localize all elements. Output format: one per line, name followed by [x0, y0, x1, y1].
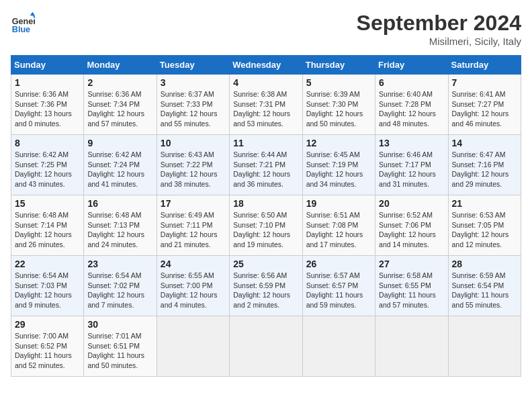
day-number: 4 — [233, 77, 298, 88]
calendar-body: 1Sunrise: 6:36 AM Sunset: 7:36 PM Daylig… — [11, 75, 521, 377]
day-info: Sunrise: 6:53 AM Sunset: 7:05 PM Dayligh… — [452, 210, 517, 250]
day-number: 17 — [161, 198, 226, 209]
day-number: 26 — [306, 259, 371, 269]
day-number: 16 — [87, 198, 152, 209]
calendar-week-row: 1Sunrise: 6:36 AM Sunset: 7:36 PM Daylig… — [11, 75, 521, 135]
calendar-week-row: 22Sunrise: 6:54 AM Sunset: 7:03 PM Dayli… — [11, 256, 521, 316]
day-number: 30 — [87, 319, 152, 330]
day-info: Sunrise: 6:46 AM Sunset: 7:17 PM Dayligh… — [379, 150, 444, 189]
page-header: General Blue September 2024 Misilmeri, S… — [11, 11, 521, 47]
calendar-cell: 9Sunrise: 6:42 AM Sunset: 7:24 PM Daylig… — [84, 135, 157, 195]
weekday-header-cell: Thursday — [302, 56, 375, 75]
day-info: Sunrise: 6:49 AM Sunset: 7:11 PM Dayligh… — [161, 210, 226, 250]
day-number: 5 — [306, 77, 371, 88]
calendar-table: SundayMondayTuesdayWednesdayThursdayFrid… — [11, 55, 521, 377]
calendar-cell: 17Sunrise: 6:49 AM Sunset: 7:11 PM Dayli… — [157, 195, 229, 256]
day-info: Sunrise: 6:51 AM Sunset: 7:08 PM Dayligh… — [306, 210, 371, 250]
day-number: 1 — [15, 77, 80, 88]
calendar-cell: 27Sunrise: 6:58 AM Sunset: 6:55 PM Dayli… — [375, 256, 448, 316]
day-info: Sunrise: 6:48 AM Sunset: 7:14 PM Dayligh… — [15, 210, 80, 250]
calendar-cell: 19Sunrise: 6:51 AM Sunset: 7:08 PM Dayli… — [302, 195, 375, 256]
calendar-cell: 14Sunrise: 6:47 AM Sunset: 7:16 PM Dayli… — [448, 135, 521, 195]
day-info: Sunrise: 7:01 AM Sunset: 6:51 PM Dayligh… — [87, 331, 152, 371]
calendar-cell: 12Sunrise: 6:45 AM Sunset: 7:19 PM Dayli… — [302, 135, 375, 195]
calendar-cell: 16Sunrise: 6:48 AM Sunset: 7:13 PM Dayli… — [84, 195, 157, 256]
logo-icon: General Blue — [11, 11, 35, 35]
day-number: 18 — [233, 198, 298, 209]
calendar-cell — [448, 316, 521, 377]
day-number: 8 — [15, 138, 80, 148]
calendar-cell: 30Sunrise: 7:01 AM Sunset: 6:51 PM Dayli… — [84, 316, 157, 377]
calendar-week-row: 8Sunrise: 6:42 AM Sunset: 7:25 PM Daylig… — [11, 135, 521, 195]
svg-text:Blue: Blue — [12, 25, 30, 34]
day-info: Sunrise: 6:38 AM Sunset: 7:31 PM Dayligh… — [233, 89, 298, 129]
day-number: 15 — [15, 198, 80, 209]
day-number: 24 — [161, 259, 226, 269]
day-info: Sunrise: 6:42 AM Sunset: 7:24 PM Dayligh… — [87, 150, 152, 189]
calendar-cell — [302, 316, 375, 377]
day-info: Sunrise: 6:43 AM Sunset: 7:22 PM Dayligh… — [161, 150, 226, 189]
day-info: Sunrise: 6:45 AM Sunset: 7:19 PM Dayligh… — [306, 150, 371, 189]
calendar-cell: 1Sunrise: 6:36 AM Sunset: 7:36 PM Daylig… — [11, 75, 84, 135]
day-number: 21 — [452, 198, 517, 209]
calendar-cell: 29Sunrise: 7:00 AM Sunset: 6:52 PM Dayli… — [11, 316, 84, 377]
calendar-cell: 10Sunrise: 6:43 AM Sunset: 7:22 PM Dayli… — [157, 135, 229, 195]
day-info: Sunrise: 6:37 AM Sunset: 7:33 PM Dayligh… — [161, 89, 226, 129]
day-number: 2 — [87, 77, 152, 88]
day-info: Sunrise: 6:59 AM Sunset: 6:54 PM Dayligh… — [452, 271, 517, 310]
day-info: Sunrise: 6:56 AM Sunset: 6:59 PM Dayligh… — [233, 271, 298, 310]
calendar-cell: 2Sunrise: 6:36 AM Sunset: 7:34 PM Daylig… — [84, 75, 157, 135]
calendar-cell: 18Sunrise: 6:50 AM Sunset: 7:10 PM Dayli… — [230, 195, 302, 256]
day-number: 6 — [379, 77, 444, 88]
day-info: Sunrise: 6:36 AM Sunset: 7:34 PM Dayligh… — [87, 89, 152, 129]
day-number: 20 — [379, 198, 444, 209]
day-number: 29 — [15, 319, 80, 330]
day-number: 13 — [379, 138, 444, 148]
calendar-cell: 5Sunrise: 6:39 AM Sunset: 7:30 PM Daylig… — [302, 75, 375, 135]
day-info: Sunrise: 7:00 AM Sunset: 6:52 PM Dayligh… — [15, 331, 80, 371]
calendar-cell: 13Sunrise: 6:46 AM Sunset: 7:17 PM Dayli… — [375, 135, 448, 195]
day-number: 19 — [306, 198, 371, 209]
month-title: September 2024 — [357, 11, 521, 36]
day-number: 23 — [87, 259, 152, 269]
location: Misilmeri, Sicily, Italy — [357, 36, 521, 47]
day-number: 12 — [306, 138, 371, 148]
day-number: 10 — [161, 138, 226, 148]
calendar-cell: 26Sunrise: 6:57 AM Sunset: 6:57 PM Dayli… — [302, 256, 375, 316]
day-info: Sunrise: 6:55 AM Sunset: 7:00 PM Dayligh… — [161, 271, 226, 310]
calendar-cell: 24Sunrise: 6:55 AM Sunset: 7:00 PM Dayli… — [157, 256, 229, 316]
day-info: Sunrise: 6:44 AM Sunset: 7:21 PM Dayligh… — [233, 150, 298, 189]
calendar-cell — [375, 316, 448, 377]
calendar-cell: 28Sunrise: 6:59 AM Sunset: 6:54 PM Dayli… — [448, 256, 521, 316]
calendar-cell: 4Sunrise: 6:38 AM Sunset: 7:31 PM Daylig… — [230, 75, 302, 135]
day-info: Sunrise: 6:39 AM Sunset: 7:30 PM Dayligh… — [306, 89, 371, 129]
weekday-header-cell: Tuesday — [157, 56, 229, 75]
day-info: Sunrise: 6:58 AM Sunset: 6:55 PM Dayligh… — [379, 271, 444, 310]
day-number: 9 — [87, 138, 152, 148]
day-info: Sunrise: 6:36 AM Sunset: 7:36 PM Dayligh… — [15, 89, 80, 129]
day-number: 25 — [233, 259, 298, 269]
day-info: Sunrise: 6:48 AM Sunset: 7:13 PM Dayligh… — [87, 210, 152, 250]
calendar-cell: 23Sunrise: 6:54 AM Sunset: 7:02 PM Dayli… — [84, 256, 157, 316]
calendar-cell: 20Sunrise: 6:52 AM Sunset: 7:06 PM Dayli… — [375, 195, 448, 256]
calendar-cell — [230, 316, 302, 377]
day-info: Sunrise: 6:50 AM Sunset: 7:10 PM Dayligh… — [233, 210, 298, 250]
calendar-cell: 6Sunrise: 6:40 AM Sunset: 7:28 PM Daylig… — [375, 75, 448, 135]
title-block: September 2024 Misilmeri, Sicily, Italy — [357, 11, 521, 47]
calendar-cell: 25Sunrise: 6:56 AM Sunset: 6:59 PM Dayli… — [230, 256, 302, 316]
svg-marker-2 — [30, 12, 35, 15]
calendar-cell: 7Sunrise: 6:41 AM Sunset: 7:27 PM Daylig… — [448, 75, 521, 135]
calendar-cell: 15Sunrise: 6:48 AM Sunset: 7:14 PM Dayli… — [11, 195, 84, 256]
weekday-header-cell: Sunday — [11, 56, 84, 75]
day-info: Sunrise: 6:52 AM Sunset: 7:06 PM Dayligh… — [379, 210, 444, 250]
day-info: Sunrise: 6:54 AM Sunset: 7:02 PM Dayligh… — [87, 271, 152, 310]
day-info: Sunrise: 6:57 AM Sunset: 6:57 PM Dayligh… — [306, 271, 371, 310]
day-number: 27 — [379, 259, 444, 269]
day-info: Sunrise: 6:40 AM Sunset: 7:28 PM Dayligh… — [379, 89, 444, 129]
day-info: Sunrise: 6:47 AM Sunset: 7:16 PM Dayligh… — [452, 150, 517, 189]
calendar-cell — [157, 316, 229, 377]
weekday-header-cell: Saturday — [448, 56, 521, 75]
day-number: 22 — [15, 259, 80, 269]
weekday-header-cell: Monday — [84, 56, 157, 75]
weekday-header-cell: Wednesday — [230, 56, 302, 75]
